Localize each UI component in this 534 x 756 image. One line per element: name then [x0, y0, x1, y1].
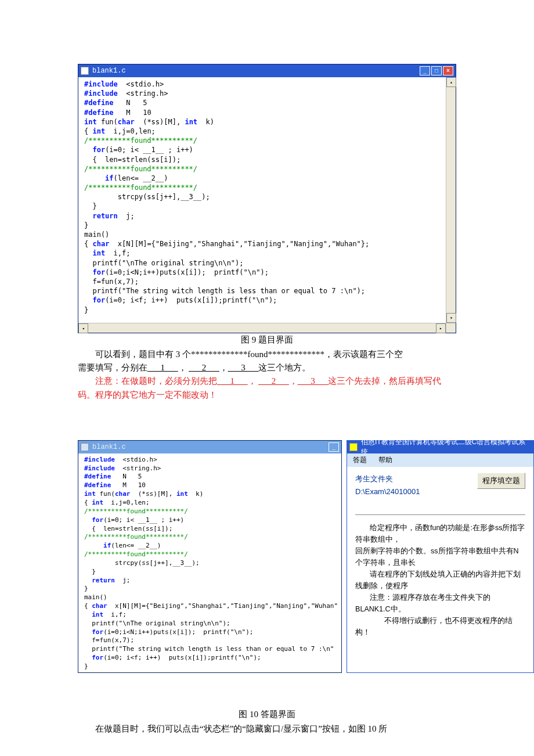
- titlebar-inactive[interactable]: blank1.c _: [78, 441, 341, 453]
- minimize-button[interactable]: _: [420, 66, 430, 75]
- candidate-folder-box: 考生文件夹 D:\Exam\24010001: [355, 473, 420, 498]
- file-icon: [81, 443, 89, 451]
- horizontal-scrollbar[interactable]: ◂ ▸: [78, 323, 446, 333]
- scrollbar-corner: [446, 323, 456, 333]
- code-editor-window-fig10: blank1.c _ #include <stdio.h> #include <…: [78, 440, 342, 673]
- figure-10-caption: 图 10 答题界面: [78, 709, 456, 720]
- vertical-scrollbar[interactable]: ▴ ▾: [446, 77, 456, 323]
- window-title: blank1.c: [92, 67, 126, 75]
- scroll-right-icon[interactable]: ▸: [436, 323, 446, 333]
- file-icon: [81, 67, 89, 75]
- folder-path[interactable]: D:\Exam\24010001: [355, 485, 420, 498]
- scroll-left-icon[interactable]: ◂: [78, 323, 88, 333]
- warning-paragraph: 注意：在做题时，必须分别先把___1___， ___2___，___3___这三…: [78, 375, 456, 402]
- scroll-up-icon[interactable]: ▴: [446, 77, 456, 87]
- maximize-button[interactable]: □: [431, 66, 442, 75]
- close-button[interactable]: ×: [443, 66, 453, 75]
- figure-10-row: blank1.c _ #include <stdio.h> #include <…: [78, 440, 534, 673]
- menu-help[interactable]: 帮助: [378, 455, 392, 465]
- body-paragraph-1: 可以看到，题目中有 3 个*************found*********…: [78, 348, 456, 361]
- menubar: 答题 帮助: [347, 453, 533, 467]
- instructions: 给定程序中，函数fun的功能是:在形参ss所指字符串数组中， 回所剩字符串的个数…: [355, 514, 525, 638]
- scroll-down-icon[interactable]: ▾: [446, 313, 456, 323]
- source-code[interactable]: #include <stdio.h> #include <string.h> #…: [84, 456, 338, 671]
- source-code[interactable]: #include <stdio.h> #include <string.h> #…: [84, 80, 452, 315]
- window-title: blank1.c: [92, 443, 126, 451]
- minimize-button[interactable]: _: [329, 442, 339, 452]
- folder-label[interactable]: 考生文件夹: [355, 473, 420, 485]
- titlebar[interactable]: blank1.c _ □ ×: [78, 64, 456, 77]
- code-editor-window-fig9: blank1.c _ □ × #include <stdio.h> #inclu…: [78, 64, 456, 333]
- closing-paragraph: 在做题目时，我们可以点击“状态栏”的“隐藏窗口/显示窗口”按钮，如图 10 所: [78, 722, 456, 736]
- body-paragraph-1b: 需要填写，分别在___1___， ___2___，___3___这三个地方。: [78, 362, 456, 373]
- exam-app-window: 伯恩IT教育全国计算机等级考试二级C语言模拟考试系统 答题 帮助 考生文件夹 D…: [347, 440, 534, 673]
- editor-body[interactable]: #include <stdio.h> #include <string.h> #…: [78, 453, 341, 672]
- fill-blank-button[interactable]: 程序填空题: [477, 473, 525, 489]
- app-icon: [349, 443, 358, 451]
- app-titlebar[interactable]: 伯恩IT教育全国计算机等级考试二级C语言模拟考试系统: [347, 441, 533, 453]
- menu-answer[interactable]: 答题: [353, 455, 367, 465]
- editor-body[interactable]: #include <stdio.h> #include <string.h> #…: [78, 77, 456, 333]
- figure-9-caption: 图 9 题目界面: [78, 334, 456, 345]
- app-content: 考生文件夹 D:\Exam\24010001 程序填空题 给定程序中，函数fun…: [347, 467, 533, 672]
